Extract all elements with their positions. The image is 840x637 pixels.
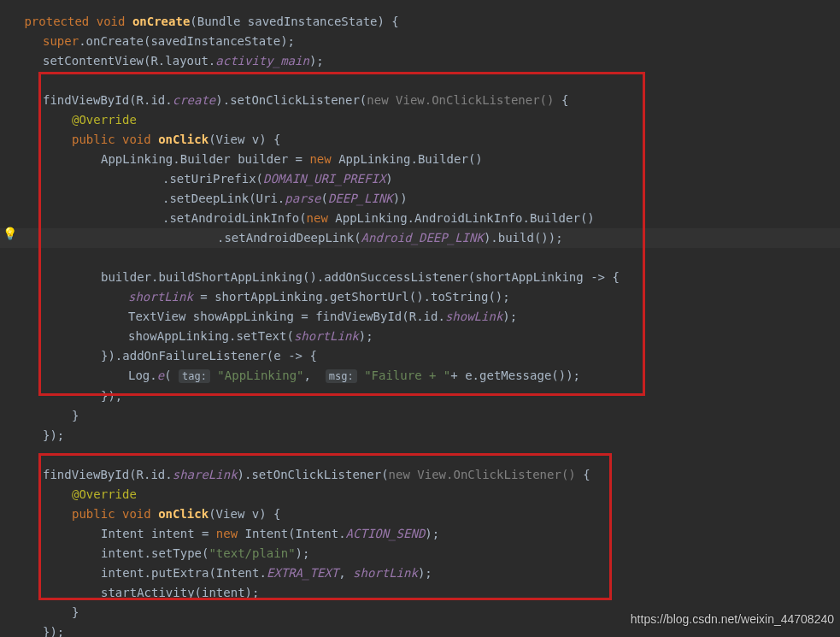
code-line: Intent intent = new Intent(Intent.ACTION… xyxy=(0,524,840,544)
resource-ref: showLink xyxy=(445,310,502,323)
code-line: .setUriPrefix(DOMAIN_URI_PREFIX) xyxy=(0,169,840,189)
code-line: builder.buildShortAppLinking().addOnSucc… xyxy=(0,268,840,287)
code-line: public void onClick(View v) { xyxy=(0,130,840,150)
keyword-protected: protected xyxy=(24,15,89,28)
code-line: setContentView(R.layout.activity_main); xyxy=(0,51,840,71)
code-line: } xyxy=(0,406,840,426)
field-ref: shortLink xyxy=(128,290,193,304)
field-ref: shortLink xyxy=(294,329,359,343)
resource-ref: activity_main xyxy=(215,54,309,68)
text: Log. xyxy=(128,369,157,382)
code-line: intent.putExtra(Intent.EXTRA_TEXT, short… xyxy=(0,563,840,583)
param-name: savedInstanceState xyxy=(248,15,378,28)
text: intent.putExtra(Intent. xyxy=(101,566,267,580)
text: ); xyxy=(309,54,324,68)
keyword-super: super xyxy=(43,34,79,48)
keyword-new: new xyxy=(389,468,418,481)
text: ); xyxy=(296,546,310,560)
string-literal: "Failure + " xyxy=(364,369,450,382)
text: Intent(Intent. xyxy=(238,527,345,540)
keyword-void: void xyxy=(97,15,126,28)
text: .setUriPrefix( xyxy=(162,172,263,186)
text: ).build()); xyxy=(484,231,563,245)
static-method: parse xyxy=(285,192,320,205)
text: = shortAppLinking.getShortUrl().toString… xyxy=(193,290,510,304)
text: .onCreate(savedInstanceState); xyxy=(79,34,295,48)
text: ( xyxy=(164,369,179,382)
code-line: TextView showAppLinking = findViewById(R… xyxy=(0,307,840,327)
code-line: @Override xyxy=(0,110,840,130)
text: setContentView(R.layout. xyxy=(43,54,215,68)
text: }).addOnFailureListener(e -> { xyxy=(101,349,317,363)
constant-ref: ACTION_SEND xyxy=(346,527,426,540)
text: Intent intent = xyxy=(101,527,216,540)
text: )) xyxy=(393,192,408,205)
text: findViewById(R.id. xyxy=(43,93,173,107)
code-editor[interactable]: protected void onCreate(Bundle savedInst… xyxy=(0,0,840,637)
method-oncreate: onCreate xyxy=(132,15,190,28)
code-line: }).addOnFailureListener(e -> { xyxy=(0,346,840,366)
param-hint-tag: tag: xyxy=(179,369,210,383)
code-line: shortLink = shortAppLinking.getShortUrl(… xyxy=(0,287,840,307)
resource-ref: shareLink xyxy=(173,468,238,481)
method-onclick: onClick xyxy=(158,133,209,146)
brace: } xyxy=(72,605,79,619)
keyword-public: public xyxy=(72,507,115,521)
class-ref: View.OnClickListener() xyxy=(417,468,575,481)
text: , xyxy=(338,566,353,580)
params: (View v) { xyxy=(209,507,280,521)
code-line: }); xyxy=(0,386,840,406)
code-line: super.onCreate(savedInstanceState); xyxy=(0,32,840,51)
string-literal: "AppLinking" xyxy=(217,369,303,382)
text: .setAndroidDeepLink( xyxy=(217,231,361,245)
code-line: .setAndroidLinkInfo(new AppLinking.Andro… xyxy=(0,209,840,228)
text: .setDeepLink(Uri. xyxy=(162,192,285,205)
text: ); xyxy=(425,527,439,540)
text: builder.buildShortAppLinking().addOnSucc… xyxy=(101,270,620,284)
code-line: .setDeepLink(Uri.parse(DEEP_LINK)) xyxy=(0,189,840,209)
text: .setAndroidLinkInfo( xyxy=(162,211,307,225)
constant-ref: Android_DEEP_LINK xyxy=(361,231,484,245)
class-ref: View.OnClickListener() xyxy=(396,93,554,107)
code-line: }); xyxy=(0,426,840,445)
brace: { xyxy=(576,468,590,481)
empty-line xyxy=(0,71,840,91)
text: intent.setType( xyxy=(101,546,209,560)
keyword-new: new xyxy=(216,527,238,540)
brace: } xyxy=(72,409,79,422)
keyword-new: new xyxy=(367,93,396,107)
string-literal: "text/plain" xyxy=(209,546,295,560)
text: showAppLinking.setText( xyxy=(128,329,294,343)
code-line: AppLinking.Builder builder = new AppLink… xyxy=(0,150,840,169)
text: findViewById(R.id. xyxy=(43,468,173,481)
text: ).setOnClickListener( xyxy=(238,468,389,481)
annotation-override: @Override xyxy=(72,113,137,127)
text: }); xyxy=(43,428,64,442)
code-line: protected void onCreate(Bundle savedInst… xyxy=(0,12,840,32)
resource-ref: create xyxy=(173,93,216,107)
keyword-void: void xyxy=(115,133,159,146)
text: startActivity(intent); xyxy=(101,586,259,599)
text: ) xyxy=(385,172,392,186)
method-onclick: onClick xyxy=(158,507,209,521)
keyword-new: new xyxy=(309,152,331,166)
text: ); xyxy=(359,329,373,343)
text: , xyxy=(304,369,326,382)
text: TextView showAppLinking = findViewById(R… xyxy=(128,310,445,323)
field-ref: shortLink xyxy=(353,566,418,580)
constant-ref: EXTRA_TEXT xyxy=(267,566,338,580)
param-type: Bundle xyxy=(197,15,241,28)
code-line: @Override xyxy=(0,485,840,504)
text: ).setOnClickListener( xyxy=(215,93,367,107)
params: (View v) { xyxy=(209,133,280,146)
brace: { xyxy=(385,15,399,28)
static-method: e xyxy=(157,369,164,382)
code-line: showAppLinking.setText(shortLink); xyxy=(0,327,840,346)
empty-line xyxy=(0,445,840,465)
code-line: intent.setType("text/plain"); xyxy=(0,544,840,563)
intention-bulb-icon[interactable]: 💡 xyxy=(3,224,17,244)
keyword-public: public xyxy=(72,133,115,146)
code-line: findViewById(R.id.shareLink).setOnClickL… xyxy=(0,465,840,485)
text: ); xyxy=(418,566,432,580)
keyword-void: void xyxy=(115,507,159,521)
